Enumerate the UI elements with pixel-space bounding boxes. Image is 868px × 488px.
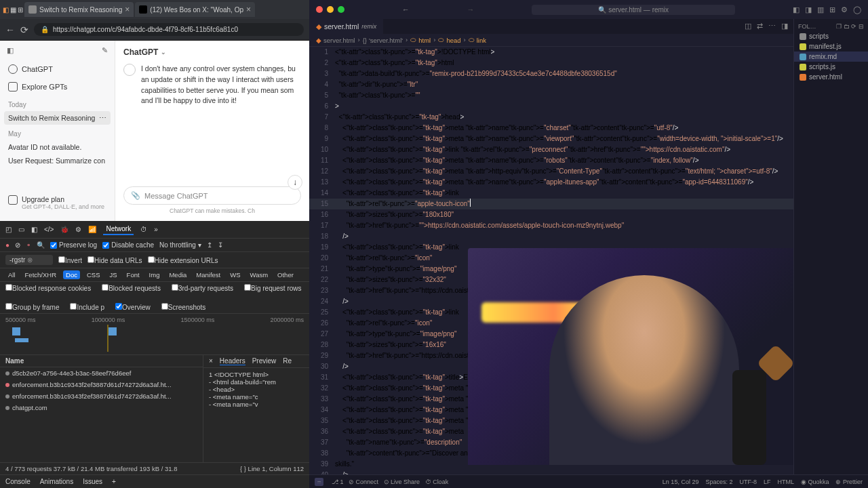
upgrade-plan[interactable]: Upgrade plan Get GPT-4, DALL·E, and more	[0, 190, 115, 216]
check-3[interactable]	[244, 284, 251, 291]
check-5[interactable]	[70, 303, 77, 310]
status-item[interactable]: ⊙ Live Share	[384, 479, 420, 485]
check-0[interactable]	[5, 284, 12, 291]
disable-cache-checkbox[interactable]	[102, 242, 109, 249]
layout-icon[interactable]: ⊞	[829, 5, 835, 14]
conversation-item[interactable]: Switch to Remix Reasoning ⋯	[4, 111, 111, 125]
layout-icon[interactable]: ◨	[805, 5, 812, 14]
close-window-icon[interactable]	[316, 6, 323, 13]
search-icon[interactable]: 🔍	[37, 241, 45, 249]
name-column-header[interactable]: Name	[0, 355, 203, 367]
filter-type-wasm[interactable]: Wasm	[248, 270, 271, 279]
collapse-icon[interactable]: ⊟	[859, 23, 864, 30]
download-icon[interactable]: ↧	[218, 241, 223, 249]
status-item[interactable]: ⊕ Prettier	[835, 479, 863, 485]
sources-icon[interactable]: </>	[44, 226, 54, 233]
status-item[interactable]: Ln 15, Col 29	[663, 479, 699, 485]
close-icon[interactable]: ×	[246, 5, 251, 14]
status-item[interactable]: UTF-8	[739, 479, 757, 485]
check-2[interactable]	[172, 284, 178, 291]
gear-icon[interactable]: ⚙	[841, 5, 848, 14]
filter-type-fetch/xhr[interactable]: Fetch/XHR	[22, 270, 59, 279]
remote-icon[interactable]: ⎓	[315, 478, 323, 486]
tab-icon[interactable]: ⊞	[18, 6, 23, 14]
check-6[interactable]	[115, 303, 122, 310]
browser-tab[interactable]: (12) Wes Bos on X: "Woah, Op ×	[135, 2, 255, 17]
clear-icon[interactable]: ⊘	[15, 241, 20, 249]
filter-type-doc[interactable]: Doc	[63, 270, 80, 279]
tab-response[interactable]: Re	[283, 357, 292, 365]
filter-type-other[interactable]: Other	[275, 270, 296, 279]
file-scripts.js[interactable]: scripts.js	[794, 62, 868, 72]
filter-type-js[interactable]: JS	[106, 270, 119, 279]
new-chat-icon[interactable]: ✎	[102, 46, 108, 55]
chat-input[interactable]: 📎 Message ChatGPT	[123, 186, 301, 205]
request-row[interactable]: enforcement.b3b1c9343f2ef3887d61d74272d6…	[0, 390, 203, 402]
more-icon[interactable]: ⋯	[99, 114, 106, 122]
perf-icon[interactable]: ⏱	[140, 226, 147, 233]
status-item[interactable]: ⊘ Connect	[349, 479, 378, 485]
maximize-window-icon[interactable]	[338, 6, 344, 13]
collapse-sidebar-icon[interactable]: ◧	[7, 46, 14, 55]
conversation-item[interactable]: Avatar ID not available.	[0, 140, 115, 154]
tab-network[interactable]: Network	[103, 224, 134, 235]
layout-icon[interactable]: ▥	[817, 5, 824, 14]
refresh-icon[interactable]: ⟳	[851, 23, 856, 30]
attach-icon[interactable]: 📎	[131, 191, 140, 200]
status-item[interactable]: HTML	[777, 479, 794, 485]
inspect-icon[interactable]: ◰	[5, 226, 12, 233]
elements-icon[interactable]: ◧	[31, 226, 37, 233]
conversation-item[interactable]: User Request: Summarize con	[0, 154, 115, 167]
status-item[interactable]: Spaces: 2	[705, 479, 732, 485]
tab-animations[interactable]: Animations	[40, 478, 73, 485]
minimize-window-icon[interactable]	[327, 6, 334, 13]
file-server.html[interactable]: server.html	[794, 72, 868, 82]
history-icon[interactable]: ◧	[3, 6, 9, 14]
browser-tab[interactable]: Switch to Remix Reasoning ×	[24, 2, 134, 17]
device-icon[interactable]: ▭	[18, 226, 24, 233]
request-row[interactable]: chatgpt.com	[0, 402, 203, 413]
record-icon[interactable]: ●	[5, 241, 9, 249]
url-bar[interactable]: 🔒 https://chatgpt.com/c/94afabdc-dbde-4f…	[34, 23, 304, 36]
filter-type-manifest[interactable]: Manifest	[193, 270, 223, 279]
nav-fwd-icon[interactable]: →	[467, 5, 475, 14]
request-row[interactable]: enforcement.b3b1c9343f2ef3887d61d74272d6…	[0, 379, 203, 390]
command-palette[interactable]: 🔍 server.html — remix	[532, 5, 735, 15]
tab-headers[interactable]: Headers	[220, 357, 245, 365]
scroll-down-button[interactable]: ↓	[288, 175, 302, 190]
bug-icon[interactable]: 🐞	[60, 226, 68, 233]
close-icon[interactable]: ×	[125, 5, 130, 14]
file-remix.md[interactable]: remix.md	[794, 52, 868, 62]
check-4[interactable]	[5, 303, 12, 310]
tab-preview[interactable]: Preview	[252, 357, 277, 365]
status-item[interactable]: ⎇ 1	[332, 479, 344, 485]
sidebar-item-chatgpt[interactable]: ChatGPT	[0, 60, 115, 78]
timeline-chart[interactable]	[5, 325, 304, 352]
hide-data-checkbox[interactable]	[87, 256, 94, 263]
close-detail-icon[interactable]: ×	[209, 357, 213, 365]
chat-title[interactable]: ChatGPT ⌄	[123, 47, 301, 57]
wifi-icon[interactable]: 📶	[88, 226, 96, 233]
reload-button[interactable]: ⟳	[20, 24, 28, 35]
file-manifest.js[interactable]: manifest.js	[794, 41, 868, 52]
add-tab-icon[interactable]: +	[112, 478, 116, 485]
nav-back-icon[interactable]: ←	[402, 5, 410, 14]
tab-icon[interactable]: ▦	[10, 6, 16, 14]
settings-icon[interactable]: ⚙	[75, 226, 81, 233]
status-item[interactable]: ◉ Quokka	[801, 479, 829, 485]
filter-input[interactable]: -rgstr ⊗	[5, 255, 53, 265]
status-item[interactable]: LF	[764, 479, 771, 485]
split-icon[interactable]: ◫	[745, 22, 751, 31]
diff-icon[interactable]: ⇄	[757, 22, 763, 31]
layout-icon[interactable]: ◧	[793, 5, 800, 14]
filter-type-font[interactable]: Font	[124, 270, 142, 279]
upload-icon[interactable]: ↥	[207, 241, 212, 249]
filter-type-ws[interactable]: WS	[227, 270, 243, 279]
check-7[interactable]	[161, 303, 168, 310]
status-item[interactable]: ⏱ Cloak	[425, 479, 449, 485]
preserve-log-checkbox[interactable]	[50, 242, 57, 249]
filter-type-media[interactable]: Media	[166, 270, 189, 279]
file-scripts[interactable]: scripts	[794, 31, 868, 41]
filter-type-img[interactable]: Img	[146, 270, 163, 279]
new-file-icon[interactable]: ❐	[836, 23, 842, 30]
